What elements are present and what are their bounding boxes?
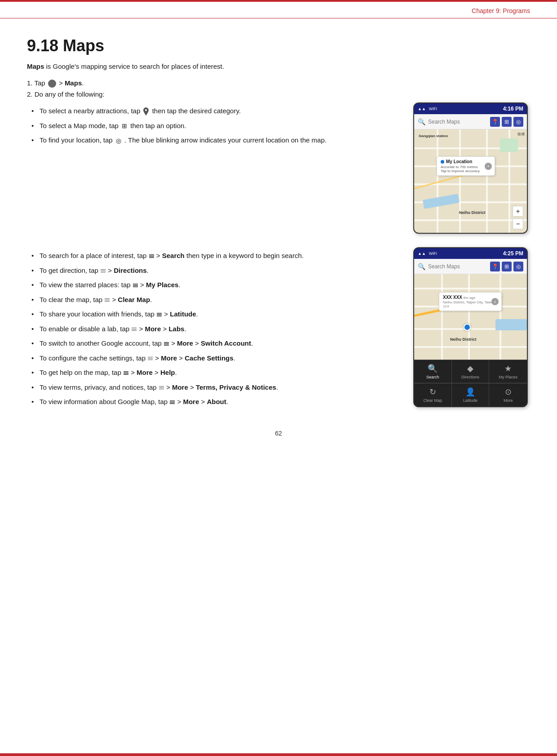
page-number: 62 — [27, 430, 530, 437]
phone-mockup-1: ▲▲ WiFi 4:16 PM 🔍 Search Maps 📍 ⊞ ◎ — [413, 102, 528, 234]
intro-bold: Maps — [27, 62, 44, 70]
search-tb-label: Search — [426, 375, 439, 379]
phone-1-status-bar: ▲▲ WiFi 4:16 PM — [414, 103, 527, 114]
layers-top-icon[interactable]: ⊞ — [502, 117, 512, 127]
zoom-out-btn[interactable]: − — [513, 218, 523, 229]
step-1-number: 1. Tap — [27, 79, 47, 87]
zoom-in-btn[interactable]: + — [513, 206, 523, 217]
phone-2-toolbar-1: 🔍 Search ◆ Directions ★ My Places — [414, 360, 527, 383]
search-icon-2: 🔍 — [418, 263, 425, 270]
layers-top-icon-2[interactable]: ⊞ — [502, 262, 512, 271]
search-tb-icon: 🔍 — [428, 364, 438, 374]
map-label-right: 徐洲 — [517, 132, 525, 137]
location-top-icon[interactable]: ◎ — [513, 117, 523, 127]
park-area — [500, 138, 518, 152]
directions-tb-label: Directions — [461, 375, 479, 379]
menu-icon-10 — [159, 386, 164, 390]
xxx-popup: XXX XXX 6m ago › Neihu District, Taipei … — [439, 292, 502, 311]
text-col-2: To search for a place of interest, tap >… — [27, 247, 400, 412]
phone-2-toolbar-2: ↻ Clear Map 👤 Latitude ⊙ More — [414, 383, 527, 406]
intro-rest: is Google's mapping service to search fo… — [44, 62, 224, 70]
bullet-2-2: To get direction, tap > Directions. — [31, 266, 400, 276]
pin-top-icon-2[interactable]: 📍 — [490, 262, 500, 271]
pin-icon — [143, 107, 149, 116]
phone-2-status-bar: ▲▲ WiFi 4:25 PM — [414, 248, 527, 259]
xxx-name: XXX XXX — [443, 295, 462, 300]
text-col-1: To select a nearby attractions, tap then… — [27, 102, 400, 234]
bullet-2-10: To view terms, privacy, and notices, tap… — [31, 382, 400, 393]
district-label-1: Neihu District — [459, 210, 486, 215]
pin-top-icon[interactable]: 📍 — [490, 117, 500, 127]
map2-road-h1 — [414, 288, 527, 289]
more-tb-icon: ⊙ — [505, 387, 512, 397]
toolbar-clearmap-btn[interactable]: ↻ Clear Map — [414, 383, 452, 406]
step-2-text: 2. Do any of the following: — [27, 90, 105, 98]
map-controls-1: + − — [513, 206, 523, 229]
map2-road-v1 — [441, 274, 443, 360]
phone-mockup-2: ▲▲ WiFi 4:25 PM 🔍 Search Maps 📍 ⊞ ◎ — [413, 247, 528, 407]
bullet-list-1: To select a nearby attractions, tap then… — [27, 106, 400, 146]
phone-1-status-icons: ▲▲ WiFi — [418, 107, 437, 111]
phone-1-container: ▲▲ WiFi 4:16 PM 🔍 Search Maps 📍 ⊞ ◎ — [413, 102, 530, 234]
river-area — [423, 194, 460, 209]
wifi-icon: WiFi — [429, 107, 437, 111]
phone-2-top-icons: 📍 ⊞ ◎ — [490, 262, 523, 271]
xxx-popup-title-row: XXX XXX 6m ago › — [443, 295, 498, 300]
step-1-text: > Maps. — [57, 79, 84, 87]
clearmap-tb-icon: ↻ — [429, 387, 436, 397]
bullet-2-4: To clear the map, tap > Clear Map. — [31, 295, 400, 305]
phone-1-search-bar[interactable]: 🔍 Search Maps 📍 ⊞ ◎ — [414, 114, 527, 129]
my-location-text: My Location — [446, 159, 472, 164]
bottom-bar — [0, 753, 557, 756]
page-content: 9.18 Maps Maps is Google's mapping servi… — [0, 18, 557, 464]
menu-icon-9 — [124, 371, 128, 375]
map2-road-v3 — [500, 274, 501, 360]
phone-1-search-text: Search Maps — [428, 119, 487, 125]
bullet-2-7: To switch to another Google account, tap… — [31, 338, 400, 349]
menu-icon-6 — [132, 328, 137, 331]
phone-1-map: Neihu District Gangqian station 徐洲 My Lo… — [414, 129, 527, 233]
section-2: To search for a place of interest, tap >… — [27, 247, 530, 412]
map-label-top: Gangqian station — [419, 134, 448, 138]
phone-1-top-icons: 📍 ⊞ ◎ — [490, 117, 523, 127]
clearmap-tb-label: Clear Map — [424, 398, 442, 403]
bullet-1-1: To select a nearby attractions, tap then… — [31, 106, 400, 116]
latitude-tb-label: Latitude — [463, 398, 477, 403]
xxx-popup-arrow: › — [491, 298, 499, 305]
bullet-2-3: To view the starred places: tap > My Pla… — [31, 280, 400, 290]
search-icon-1: 🔍 — [418, 118, 425, 125]
phone-2-search-bar[interactable]: 🔍 Search Maps 📍 ⊞ ◎ — [414, 259, 527, 274]
phone-1-time: 4:16 PM — [503, 106, 523, 112]
menu-icon-4 — [105, 298, 110, 302]
toolbar-more-btn[interactable]: ⊙ More — [489, 383, 527, 406]
toolbar-latitude-btn[interactable]: 👤 Latitude — [452, 383, 490, 406]
menu-icon-2 — [101, 269, 106, 273]
popup-dot — [441, 160, 444, 164]
chapter-header: Chapter 9: Programs — [0, 2, 557, 18]
menu-icon-7 — [164, 342, 169, 346]
phone-2-container: ▲▲ WiFi 4:25 PM 🔍 Search Maps 📍 ⊞ ◎ — [413, 247, 530, 412]
signal-icon-2: ▲▲ — [418, 251, 426, 256]
road-v3 — [486, 129, 488, 233]
bullet-2-8: To configure the cache settings, tap > M… — [31, 353, 400, 364]
bullet-1-3: To find your location, tap ◎ . The blue … — [31, 135, 400, 146]
layers-icon: ⊞ — [122, 121, 127, 131]
toolbar-directions-btn[interactable]: ◆ Directions — [452, 360, 490, 383]
toolbar-myplaces-btn[interactable]: ★ My Places — [489, 360, 527, 383]
bullet-list-2: To search for a place of interest, tap >… — [27, 251, 400, 407]
map2-road-h4 — [414, 346, 527, 348]
step-2: 2. Do any of the following: — [27, 90, 530, 98]
step-1: 1. Tap > Maps. — [27, 79, 530, 88]
phone-2-time: 4:25 PM — [503, 250, 523, 257]
toolbar-search-btn[interactable]: 🔍 Search — [414, 360, 452, 383]
bullet-1-2: To select a Map mode, tap ⊞ then tap an … — [31, 121, 400, 131]
more-tb-label: More — [504, 398, 513, 403]
apps-icon — [48, 80, 56, 88]
popup-line2: Tap to improve accuracy — [441, 169, 491, 173]
bullet-2-6: To enable or disable a lab, tap > More >… — [31, 324, 400, 334]
phone-2-search-text: Search Maps — [428, 263, 487, 270]
wifi-icon-2: WiFi — [429, 251, 437, 256]
location-marker — [464, 324, 471, 331]
location-top-icon-2[interactable]: ◎ — [513, 262, 523, 271]
menu-icon-1 — [149, 254, 154, 258]
